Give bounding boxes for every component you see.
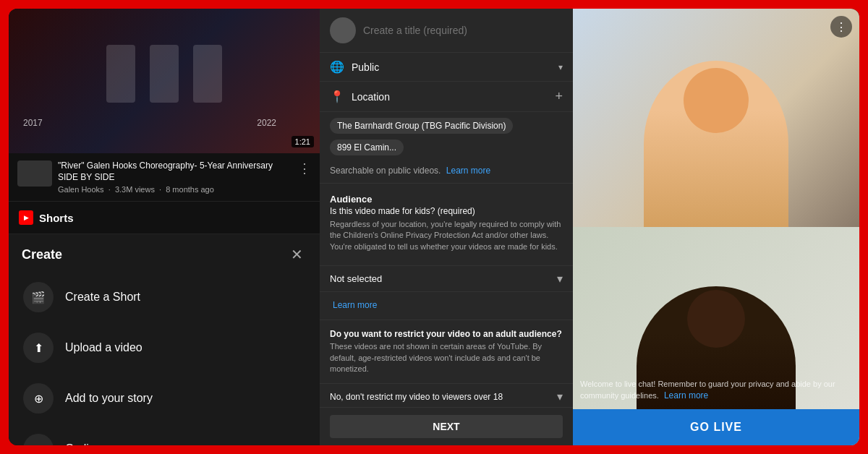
add-story-option[interactable]: ⊕ Add to your story [9, 373, 320, 424]
scrollable-content: Searchable on public videos. Learn more … [320, 161, 573, 407]
privacy-row[interactable]: 🌐 Public ▾ [320, 53, 573, 82]
figure-2 [150, 45, 179, 103]
learn-more-block-1: Learn more [320, 292, 573, 317]
no-restrict-label: No, don't restrict my video to viewers o… [330, 392, 557, 402]
middle-panel: 🌐 Public ▾ 📍 Location + The Barnhardt Gr… [320, 9, 573, 445]
next-button[interactable]: NEXT [330, 415, 563, 438]
create-short-label: Create a Short [65, 291, 140, 304]
left-panel: 2017 2022 1:21 "River" Galen Hooks Chore… [9, 9, 320, 445]
upload-icon: ⬆ [34, 341, 43, 355]
shorts-icon [19, 210, 33, 225]
shorts-label: Shorts [39, 212, 74, 224]
next-button-row: NEXT [320, 407, 573, 445]
audience-not-selected: Not selected [330, 273, 557, 284]
video-thumb-small [17, 160, 52, 187]
go-live-bar[interactable]: GO LIVE [573, 409, 859, 445]
close-button[interactable]: ✕ [286, 244, 307, 265]
shorts-header: Shorts [9, 202, 320, 234]
go-live-label: Go live [65, 442, 101, 445]
location-tag-1[interactable]: The Barnhardt Group (TBG Pacific Divisio… [330, 118, 513, 134]
chat-overlay: Welcome to live chat! Remember to guard … [580, 379, 852, 402]
create-header: Create ✕ [9, 234, 320, 272]
add-story-label: Add to your story [65, 392, 153, 405]
video-title: "River" Galen Hooks Choreography- 5-Year… [58, 160, 292, 183]
location-tag-2[interactable]: 899 El Camin... [330, 140, 404, 155]
create-short-icon-circle: 🎬 [23, 282, 54, 312]
person-top-body [644, 61, 788, 227]
create-short-icon: 🎬 [31, 291, 46, 304]
go-live-icon-circle: ((·)) [23, 434, 54, 445]
create-panel-title: Create [22, 247, 62, 262]
video-sub: Galen Hooks · 3.3M views · 8 months ago [58, 185, 292, 194]
upload-icon-circle: ⬆ [23, 333, 54, 363]
audience-section-title: Audience [330, 194, 563, 205]
person-bottom-head [687, 290, 745, 348]
go-live-icon: ((·)) [31, 444, 45, 445]
avatar [330, 17, 356, 43]
no-restrict-chevron-icon: ▾ [557, 390, 563, 403]
go-live-text: GO LIVE [690, 421, 742, 434]
duration-badge: 1:21 [292, 136, 314, 147]
chevron-down-icon: ▾ [558, 62, 563, 72]
searchable-note: Searchable on public videos. Learn more [320, 161, 573, 180]
upload-video-option[interactable]: ⬆ Upload a video [9, 322, 320, 373]
thumbnail-figures [106, 45, 222, 117]
create-short-option[interactable]: 🎬 Create a Short [9, 272, 320, 322]
divider-1 [320, 183, 573, 184]
title-input[interactable] [363, 25, 563, 36]
add-location-button[interactable]: + [555, 89, 563, 104]
create-options-list: 🎬 Create a Short ⬆ Upload a video ⊕ [9, 272, 320, 445]
audience-section: Audience Is this video made for kids? (r… [320, 187, 573, 265]
no-restrict-row[interactable]: No, don't restrict my video to viewers o… [320, 383, 573, 407]
figure-3 [193, 45, 222, 103]
video-more-button[interactable]: ⋮ [298, 160, 311, 176]
privacy-label: Public [352, 61, 551, 73]
figure-1 [106, 45, 135, 103]
chat-learn-more[interactable]: Learn more [664, 390, 708, 401]
thumbnail-bg: 2017 2022 1:21 [9, 9, 320, 153]
audience-question: Is this video made for kids? (required) [330, 206, 563, 216]
pin-icon: 📍 [330, 90, 344, 103]
adult-question-title: Do you want to restrict your video to an… [330, 329, 563, 339]
location-tags: The Barnhardt Group (TBG Pacific Divisio… [320, 112, 573, 161]
more-options-button[interactable]: ⋮ [830, 16, 852, 38]
divider-2 [320, 320, 573, 320]
video-meta: "River" Galen Hooks Choreography- 5-Year… [58, 160, 292, 194]
person-top-head [684, 68, 749, 133]
audience-description: Regardless of your location, you're lega… [330, 219, 563, 252]
upload-header [320, 9, 573, 53]
main-container: 2017 2022 1:21 "River" Galen Hooks Chore… [9, 9, 859, 445]
add-story-icon: ⊕ [34, 392, 43, 406]
add-story-icon-circle: ⊕ [23, 383, 54, 414]
upload-label: Upload a video [65, 341, 142, 354]
year-left: 2017 [23, 118, 43, 128]
video-info-row: "River" Galen Hooks Choreography- 5-Year… [9, 153, 320, 202]
audience-select-row[interactable]: Not selected ▾ [320, 265, 573, 292]
location-row: 📍 Location + [320, 82, 573, 112]
adult-question-desc: These videos are not shown in certain ar… [330, 341, 563, 374]
learn-more-link-2[interactable]: Learn more [333, 300, 377, 310]
globe-icon: 🌐 [330, 60, 344, 74]
audience-chevron-icon: ▾ [557, 272, 563, 286]
adult-restriction-section: Do you want to restrict your video to an… [320, 323, 573, 380]
top-video-feed [573, 9, 859, 227]
video-thumbnail-area: 2017 2022 1:21 [9, 9, 320, 153]
create-panel: Create ✕ 🎬 Create a Short ⬆ Upload a vid… [9, 234, 320, 445]
location-label: Location [352, 91, 548, 103]
go-live-option[interactable]: ((·)) Go live [9, 424, 320, 445]
year-right: 2022 [257, 118, 276, 128]
learn-more-link-1[interactable]: Learn more [446, 166, 490, 176]
right-panel: ⋮ Welcome to live chat! Remember to guar… [573, 9, 859, 445]
